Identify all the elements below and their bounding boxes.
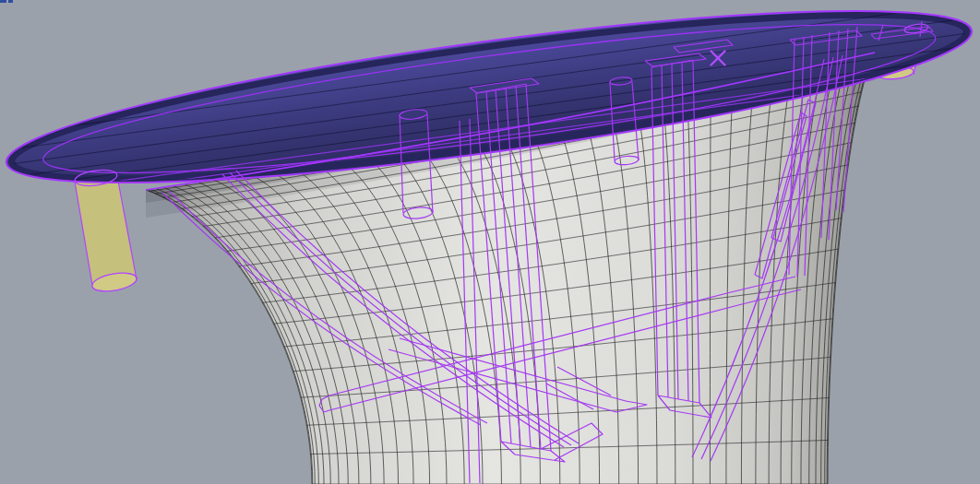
cad-viewport[interactable]: [0, 0, 980, 484]
scene-canvas[interactable]: [0, 0, 980, 484]
corner-ui-fragment: [0, 0, 13, 3]
